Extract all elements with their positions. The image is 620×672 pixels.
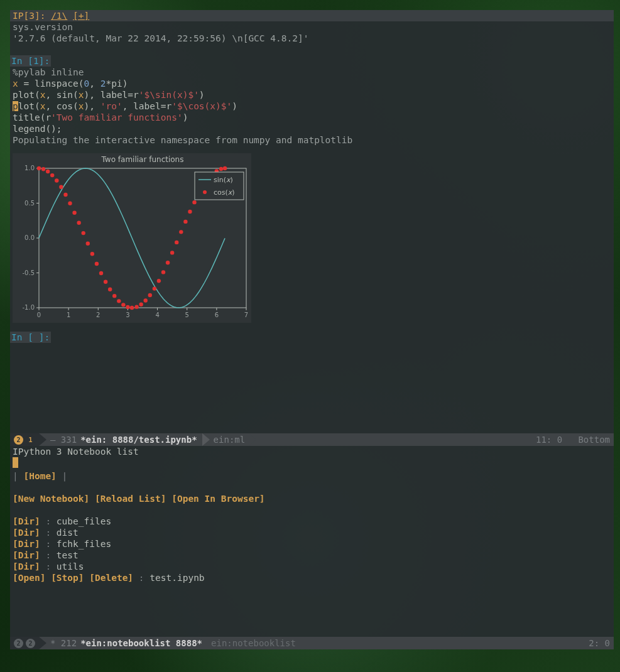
svg-point-59 xyxy=(175,241,178,244)
dir-tag[interactable]: [Dir] xyxy=(13,550,40,560)
svg-text:Two familiar functions: Two familiar functions xyxy=(101,155,184,164)
dir-name[interactable]: utils xyxy=(57,561,84,572)
code-line[interactable]: plot(x, sin(x), label=r'$\sin(x)$') xyxy=(10,89,614,100)
stop-button[interactable]: [Stop] xyxy=(51,573,84,583)
svg-text:4: 4 xyxy=(155,312,159,318)
svg-point-58 xyxy=(170,251,174,254)
status-circle: 2 xyxy=(14,435,23,445)
output-line: '2.7.6 (default, Mar 22 2014, 22:59:56) … xyxy=(10,33,614,44)
svg-text:0.5: 0.5 xyxy=(24,200,35,207)
svg-point-56 xyxy=(161,270,165,274)
svg-text:7: 7 xyxy=(244,312,248,318)
svg-point-70 xyxy=(223,166,227,170)
new-notebook-button[interactable]: [New Notebook] xyxy=(13,494,89,504)
in-prompt: In [1]: xyxy=(10,55,51,67)
dir-tag[interactable]: [Dir] xyxy=(13,561,40,572)
svg-point-51 xyxy=(139,303,143,306)
svg-point-41 xyxy=(95,262,99,266)
svg-point-34 xyxy=(63,193,67,197)
svg-point-33 xyxy=(59,185,63,189)
svg-point-55 xyxy=(157,279,161,283)
code-line[interactable]: %pylab inline xyxy=(10,67,614,78)
in-prompt-empty[interactable]: In [ ]: xyxy=(10,332,51,343)
svg-point-60 xyxy=(179,230,183,234)
mode-name: ein:ml xyxy=(210,434,249,445)
svg-point-44 xyxy=(108,288,112,291)
svg-point-53 xyxy=(148,293,152,297)
tab-active[interactable]: /1\ xyxy=(51,11,67,21)
svg-point-45 xyxy=(112,294,116,298)
dir-name[interactable]: test xyxy=(57,550,79,560)
svg-text:2: 2 xyxy=(96,312,100,318)
output-populate: Populating the interactive namespace fro… xyxy=(10,134,614,146)
svg-text:1.0: 1.0 xyxy=(24,165,35,171)
svg-point-54 xyxy=(153,286,156,290)
svg-text:3: 3 xyxy=(126,312,129,318)
open-button[interactable]: [Open] xyxy=(13,573,45,583)
svg-point-47 xyxy=(121,303,125,306)
tab-bar: IP[3]: /1\ [+] xyxy=(10,10,614,21)
buffer-name: *ein: 8888/test.ipynb* xyxy=(80,434,197,445)
svg-point-57 xyxy=(166,261,170,264)
reload-list-button[interactable]: [Reload List] xyxy=(95,494,166,504)
code-line[interactable]: legend(); xyxy=(10,123,614,134)
svg-text:1: 1 xyxy=(67,312,70,318)
dir-tag[interactable]: [Dir] xyxy=(13,528,40,538)
svg-text:0: 0 xyxy=(37,312,41,318)
svg-text:6: 6 xyxy=(215,312,219,318)
svg-text:-0.5: -0.5 xyxy=(22,269,35,276)
svg-point-29 xyxy=(41,167,45,171)
svg-point-50 xyxy=(134,305,138,308)
chart: Two familiar functions01234567-1.0-0.50.… xyxy=(13,153,251,323)
svg-text:0.0: 0.0 xyxy=(24,234,35,241)
svg-point-28 xyxy=(37,166,41,170)
svg-text:5: 5 xyxy=(185,312,189,318)
code-line[interactable]: plot(x, cos(x), 'ro', label=r'$\cos(x)$'… xyxy=(10,100,614,112)
svg-point-32 xyxy=(55,178,58,182)
svg-point-30 xyxy=(46,170,50,173)
svg-point-38 xyxy=(82,231,85,235)
dir-tag[interactable]: [Dir] xyxy=(13,539,40,549)
svg-text:cos(x): cos(x) xyxy=(214,188,235,197)
file-name[interactable]: test.ipynb xyxy=(150,573,204,583)
svg-point-74 xyxy=(203,190,207,194)
svg-point-37 xyxy=(77,220,80,224)
svg-point-31 xyxy=(50,173,54,177)
mode-name: ein:notebooklist xyxy=(207,637,300,649)
svg-point-62 xyxy=(188,210,192,214)
modeline-bottom: 2 2 * 212 *ein:notebooklist 8888* ein:no… xyxy=(10,637,614,649)
notebooklist-title: IPython 3 Notebook list xyxy=(13,446,611,457)
svg-point-36 xyxy=(72,211,76,215)
open-browser-button[interactable]: [Open In Browser] xyxy=(171,494,264,504)
svg-point-52 xyxy=(144,298,148,302)
svg-text:-1.0: -1.0 xyxy=(22,304,35,311)
code-line[interactable]: title(r'Two familiar functions') xyxy=(10,112,614,123)
home-link[interactable]: [Home] xyxy=(23,471,56,481)
svg-text:sin(x): sin(x) xyxy=(214,176,233,184)
svg-point-69 xyxy=(219,167,223,171)
notebook-pane: IP[3]: /1\ [+] sys.version '2.7.6 (defau… xyxy=(10,10,614,433)
svg-point-35 xyxy=(68,202,72,205)
code-line[interactable]: x = linspace(0, 2*pi) xyxy=(10,78,614,89)
ip-label: IP[3]: xyxy=(13,11,45,21)
delete-button[interactable]: [Delete] xyxy=(89,573,133,583)
cursor xyxy=(13,457,18,468)
svg-point-49 xyxy=(130,306,134,310)
status-circle: 2 xyxy=(14,639,23,648)
plot-output: Two familiar functions01234567-1.0-0.50.… xyxy=(13,153,251,323)
tab-add[interactable]: [+] xyxy=(73,11,89,21)
dir-tag[interactable]: [Dir] xyxy=(13,516,40,526)
output-line: sys.version xyxy=(10,21,614,33)
svg-point-43 xyxy=(104,280,107,284)
svg-point-42 xyxy=(99,271,103,275)
dir-name[interactable]: fchk_files xyxy=(57,539,111,549)
svg-point-61 xyxy=(183,220,187,224)
dir-name[interactable]: cube_files xyxy=(57,516,111,526)
svg-point-48 xyxy=(126,305,129,309)
svg-point-39 xyxy=(86,242,90,246)
svg-point-63 xyxy=(192,200,196,204)
dir-name[interactable]: dist xyxy=(57,528,79,538)
buffer-name: *ein:notebooklist 8888* xyxy=(80,637,202,649)
notebooklist-pane: IPython 3 Notebook list | [Home] | [New … xyxy=(10,446,614,649)
status-circle: 1 xyxy=(26,435,35,445)
